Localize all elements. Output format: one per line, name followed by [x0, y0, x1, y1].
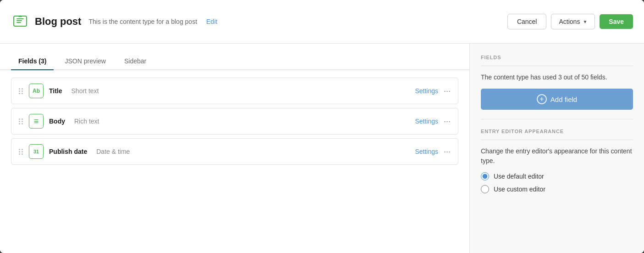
actions-label: Actions: [559, 18, 580, 25]
drag-handle[interactable]: [19, 88, 23, 94]
radio-default-editor[interactable]: Use default editor: [481, 172, 633, 180]
field-name-title: Title: [49, 87, 62, 95]
cancel-button[interactable]: Cancel: [507, 14, 547, 29]
tab-fields[interactable]: Fields (3): [11, 53, 54, 69]
field-icon-publish-date: 31: [29, 144, 44, 159]
tab-sidebar[interactable]: Sidebar: [117, 53, 154, 69]
left-panel: Fields (3) JSON preview Sidebar: [0, 44, 470, 253]
main-content: Fields (3) JSON preview Sidebar: [0, 44, 644, 253]
drag-handle-publish-date[interactable]: [19, 149, 23, 155]
editor-radio-group: Use default editor Use custom editor: [481, 172, 633, 193]
field-name-body: Body: [49, 118, 65, 125]
header-left: Blog post This is the content type for a…: [11, 11, 507, 32]
field-actions-publish-date: Settings ···: [415, 147, 451, 156]
tab-json-preview[interactable]: JSON preview: [57, 53, 113, 69]
field-row-title: Ab Title Short text Settings ···: [11, 78, 458, 104]
actions-button[interactable]: Actions ▼: [551, 14, 595, 29]
edit-link[interactable]: Edit: [206, 18, 217, 25]
tabs-bar: Fields (3) JSON preview Sidebar: [0, 44, 469, 70]
field-icon-body: ≡: [29, 114, 44, 129]
add-field-button[interactable]: + Add field: [481, 89, 633, 110]
header-actions: Cancel Actions ▼ Save: [507, 14, 633, 29]
more-menu-body[interactable]: ···: [444, 117, 451, 125]
field-icon-title: Ab: [29, 84, 44, 98]
field-actions-body: Settings ···: [415, 117, 451, 125]
right-panel: FIELDS The content type has used 3 out o…: [470, 44, 644, 253]
settings-link-body[interactable]: Settings: [415, 118, 438, 125]
page-description: This is the content type for a blog post: [88, 18, 197, 25]
plus-icon: +: [537, 94, 547, 104]
radio-custom-editor[interactable]: Use custom editor: [481, 185, 633, 193]
settings-link-title[interactable]: Settings: [415, 87, 438, 95]
more-menu-publish-date[interactable]: ···: [444, 147, 451, 156]
field-name-publish-date: Publish date: [49, 148, 87, 155]
fields-list: Ab Title Short text Settings ···: [0, 70, 469, 172]
app-window: Blog post This is the content type for a…: [0, 0, 644, 253]
add-field-label: Add field: [550, 96, 577, 103]
field-row-body: ≡ Body Rich text Settings ···: [11, 108, 458, 135]
radio-input-default[interactable]: [481, 172, 489, 180]
section-divider: [481, 119, 633, 119]
field-type-publish-date: Date & time: [96, 148, 130, 155]
fields-section: FIELDS The content type has used 3 out o…: [481, 55, 633, 110]
page-title: Blog post: [35, 16, 81, 28]
appearance-section-title: ENTRY EDITOR APPEARANCE: [481, 129, 633, 140]
radio-input-custom[interactable]: [481, 185, 489, 193]
save-button[interactable]: Save: [600, 14, 633, 29]
chevron-down-icon: ▼: [583, 19, 587, 24]
more-menu-title[interactable]: ···: [444, 87, 451, 95]
field-row-publish-date: 31 Publish date Date & time Settings ···: [11, 138, 458, 165]
fields-count-text: The content type has used 3 out of 50 fi…: [481, 73, 633, 82]
radio-label-custom: Use custom editor: [494, 186, 545, 193]
radio-label-default: Use default editor: [494, 173, 544, 180]
settings-link-publish-date[interactable]: Settings: [415, 148, 438, 155]
field-type-body: Rich text: [74, 118, 99, 125]
field-actions-title: Settings ···: [415, 87, 451, 95]
svg-rect-0: [14, 16, 27, 26]
appearance-section: ENTRY EDITOR APPEARANCE Change the entry…: [481, 129, 633, 193]
header: Blog post This is the content type for a…: [0, 0, 644, 44]
field-type-title: Short text: [72, 87, 99, 95]
appearance-description: Change the entry editor's appearance for…: [481, 146, 633, 166]
fields-section-title: FIELDS: [481, 55, 633, 66]
drag-handle-body[interactable]: [19, 118, 23, 124]
content-type-icon: [11, 11, 29, 32]
